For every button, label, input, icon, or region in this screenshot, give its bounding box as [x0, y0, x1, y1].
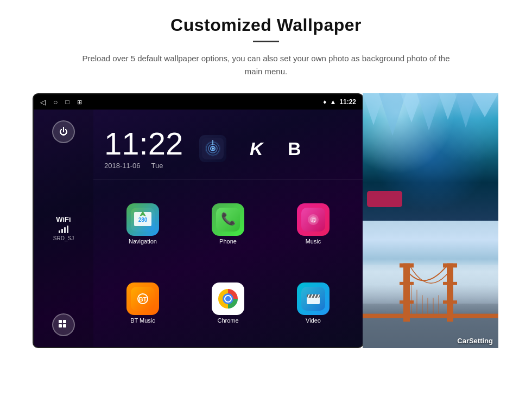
bar2 [61, 229, 63, 233]
svg-rect-2 [59, 324, 62, 327]
carsetting-label: CarSetting [457, 337, 493, 345]
k-icon: K [250, 138, 263, 159]
clock-date-value: 2018-11-06 [104, 162, 141, 170]
screen-main: 11:22 2018-11-06 Tue [93, 110, 363, 347]
app-item-video[interactable]: Video [272, 265, 354, 342]
svg-marker-39 [439, 93, 458, 120]
app-label-video: Video [306, 317, 321, 324]
clock-day-value: Tue [151, 162, 163, 170]
page-container: Customized Wallpaper Preload over 5 defa… [0, 0, 532, 411]
app-icon-chrome [212, 282, 244, 315]
bar1 [59, 230, 60, 233]
status-time: 11:22 [339, 98, 356, 106]
bar3 [64, 227, 66, 233]
app-icon-bt-music: BT [126, 282, 159, 315]
svg-rect-51 [443, 300, 457, 304]
wallpaper-thumb-golden-gate[interactable]: CarSetting [363, 221, 498, 348]
location-icon: ♦ [323, 98, 326, 106]
app-icon-phone: 📞 [212, 203, 244, 236]
page-title: Customized Wallpaper [170, 15, 362, 35]
svg-text:280: 280 [138, 217, 148, 223]
k-widget: K [243, 138, 270, 159]
app-icon-navigation: 280 [126, 203, 159, 236]
app-item-bt-music[interactable]: BT BT Music [102, 265, 184, 342]
main-content: ◁ ○ □ ⊞ ♦ ▲ 11:22 ⏻ [33, 93, 499, 348]
svg-text:BT: BT [139, 296, 147, 303]
nav-back-icon[interactable]: ◁ [40, 98, 46, 106]
nav-home-icon[interactable]: ○ [53, 98, 58, 106]
svg-rect-1 [63, 320, 66, 323]
screen: ⏻ WiFi SRD_SJ [34, 110, 363, 347]
wallpaper-thumbnails: CarSetting [363, 93, 498, 348]
app-grid: 280 Navigation [93, 180, 363, 347]
svg-rect-48 [447, 263, 453, 322]
antenna-svg [202, 138, 224, 159]
sidebar: ⏻ WiFi SRD_SJ [34, 110, 93, 347]
status-indicators: ♦ ▲ 11:22 [323, 98, 356, 106]
svg-rect-45 [400, 263, 414, 267]
svg-rect-43 [363, 313, 498, 318]
apps-drawer-button[interactable] [52, 313, 75, 336]
title-divider [253, 41, 279, 42]
svg-marker-41 [471, 93, 498, 117]
app-label-navigation: Navigation [129, 238, 157, 245]
bar4 [67, 226, 68, 233]
svg-rect-50 [443, 282, 457, 285]
wallpaper-thumb-ice[interactable] [363, 93, 498, 221]
app-label-bt-music: BT Music [130, 317, 155, 324]
clock-date: 2018-11-06 Tue [104, 162, 183, 170]
nav-buttons: ◁ ○ □ ⊞ [40, 98, 82, 106]
app-item-music[interactable]: ♫ Music [272, 185, 354, 262]
wifi-label: WiFi [56, 215, 71, 223]
svg-rect-44 [403, 263, 410, 322]
clock-area: 11:22 2018-11-06 Tue [93, 110, 363, 180]
svg-text:📞: 📞 [221, 211, 236, 226]
svg-rect-3 [63, 324, 66, 327]
svg-marker-36 [379, 93, 406, 136]
nav-square-icon[interactable]: □ [65, 98, 69, 106]
device-mockup: ◁ ○ □ ⊞ ♦ ▲ 11:22 ⏻ [33, 93, 364, 348]
status-bar: ◁ ○ □ ⊞ ♦ ▲ 11:22 [34, 94, 363, 110]
svg-marker-38 [417, 93, 441, 131]
signal-widget [199, 135, 226, 162]
wifi-widget: WiFi SRD_SJ [53, 215, 74, 241]
sidebar-top: ⏻ [52, 120, 75, 143]
clock-info: 11:22 2018-11-06 Tue [104, 128, 183, 170]
clock-time: 11:22 [104, 128, 183, 159]
svg-point-8 [212, 147, 214, 150]
app-icon-music: ♫ [297, 203, 330, 236]
app-item-navigation[interactable]: 280 Navigation [102, 185, 184, 262]
svg-point-27 [225, 296, 231, 301]
app-icon-video [297, 282, 330, 315]
apps-grid-icon [58, 319, 69, 330]
b-icon: B [288, 138, 301, 159]
svg-rect-49 [443, 263, 457, 267]
power-button[interactable]: ⏻ [52, 120, 75, 143]
app-label-phone: Phone [219, 238, 237, 245]
svg-marker-40 [455, 93, 477, 128]
app-item-phone[interactable]: 📞 Phone [187, 185, 269, 262]
wifi-ssid: SRD_SJ [53, 235, 74, 241]
page-subtitle: Preload over 5 default wallpaper options… [81, 52, 451, 78]
svg-rect-0 [59, 320, 62, 323]
app-label-music: Music [306, 238, 321, 245]
app-label-chrome: Chrome [217, 317, 238, 324]
nav-image-icon[interactable]: ⊞ [77, 99, 82, 106]
wifi-bars [59, 226, 68, 233]
svg-text:♫: ♫ [311, 215, 316, 224]
app-item-chrome[interactable]: Chrome [187, 265, 269, 342]
b-widget: B [286, 138, 302, 159]
power-icon: ⏻ [59, 127, 68, 137]
small-widget [367, 191, 402, 207]
signal-icon: ▲ [330, 98, 336, 106]
